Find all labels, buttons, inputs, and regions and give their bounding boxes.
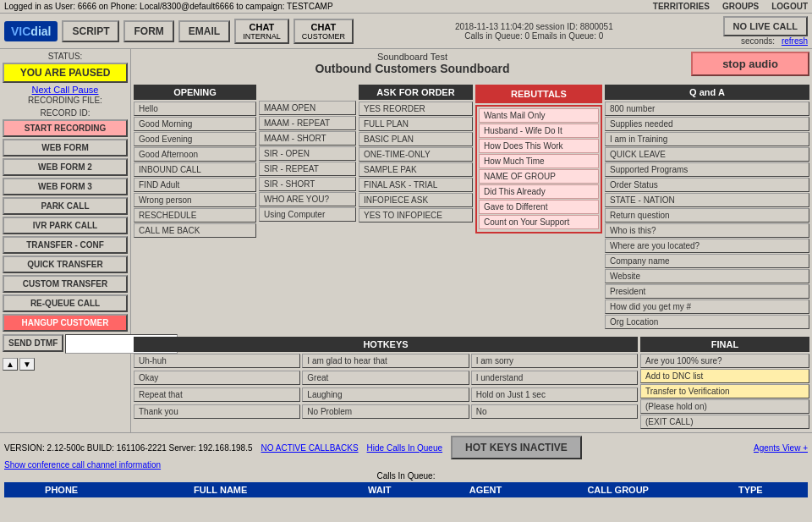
volume-down-button[interactable]: ▼ [19, 358, 35, 371]
hk-btn-7[interactable]: Laughing [302, 387, 469, 402]
opening-btn-2[interactable]: Good Evening [134, 132, 256, 146]
maam-btn-4[interactable]: SIR - REPEAT [259, 162, 356, 176]
reb-btn-5[interactable]: Did This Already [479, 184, 599, 199]
final-btn-1[interactable]: Add to DNC list [640, 369, 809, 383]
hk-btn-1[interactable]: I am glad to hear that [302, 354, 469, 368]
qa-btn-1[interactable]: Supplies needed [605, 117, 809, 131]
email-button[interactable]: EMAIL [178, 20, 230, 42]
maam-btn-0[interactable]: MAAM OPEN [259, 101, 356, 115]
web-form-button[interactable]: WEB FORM [3, 139, 128, 157]
qa-btn-7[interactable]: Return question [605, 208, 809, 223]
final-btn-4[interactable]: (EXIT CALL) [640, 415, 809, 429]
no-active-callbacks-link[interactable]: NO ACTIVE CALLBACKS [261, 443, 359, 453]
form-button[interactable]: FORM [123, 20, 173, 42]
opening-btn-5[interactable]: FIND Adult [134, 178, 256, 192]
hk-btn-4[interactable]: Great [302, 371, 469, 385]
afo-btn-2[interactable]: BASIC PLAN [359, 132, 473, 146]
hk-btn-10[interactable]: No Problem [302, 404, 469, 419]
qa-btn-12[interactable]: President [605, 284, 809, 299]
hk-btn-9[interactable]: Thank you [134, 404, 300, 419]
next-call-link[interactable]: Next Call Pause [3, 85, 128, 95]
qa-btn-6[interactable]: STATE - NATION [605, 193, 809, 207]
hot-keys-inactive-button[interactable]: HOT KEYS INACTIVE [451, 436, 582, 459]
maam-btn-1[interactable]: MAAM - REPEAT [259, 116, 356, 130]
web-form2-button[interactable]: WEB FORM 2 [3, 158, 128, 176]
hk-btn-8[interactable]: Hold on Just 1 sec [471, 387, 638, 402]
opening-btn-7[interactable]: RESCHEDULE [134, 208, 256, 223]
qa-btn-5[interactable]: Order Status [605, 178, 809, 192]
chat-customer-button[interactable]: CHAT CUSTOMER [294, 19, 354, 44]
qa-btn-0[interactable]: 800 number [605, 102, 809, 116]
reb-btn-0[interactable]: Wants Mail Only [479, 108, 599, 123]
hotkeys-header: HOTKEYS [134, 337, 638, 352]
qa-btn-10[interactable]: Company name [605, 254, 809, 268]
afo-btn-5[interactable]: FINAL ASK - TRIAL [359, 178, 473, 192]
hk-btn-6[interactable]: Repeat that [134, 387, 300, 402]
header-info: 2018-11-13 11:04:20 session ID: 8800051 … [455, 22, 613, 41]
web-form3-button[interactable]: WEB FORM 3 [3, 178, 128, 195]
territories-link[interactable]: TERRITORIES [653, 2, 710, 11]
logo-dial: dial [30, 25, 51, 38]
reb-btn-2[interactable]: How Does This Work [479, 139, 599, 153]
hk-btn-11[interactable]: No [471, 404, 638, 419]
hangup-customer-button[interactable]: HANGUP CUSTOMER [3, 314, 128, 332]
final-btn-0[interactable]: Are you 100% sure? [640, 354, 809, 368]
park-call-button[interactable]: PARK CALL [3, 197, 128, 215]
afo-btn-1[interactable]: FULL PLAN [359, 117, 473, 131]
stop-audio-button[interactable]: stop audio [691, 52, 809, 76]
maam-btn-2[interactable]: MAAM - SHORT [259, 131, 356, 146]
transfer-conf-button[interactable]: TRANSFER - CONF [3, 236, 128, 254]
qa-btn-14[interactable]: Org Location [605, 315, 809, 329]
ivr-park-call-button[interactable]: IVR PARK CALL [3, 217, 128, 234]
opening-btn-8[interactable]: CALL ME BACK [134, 223, 256, 238]
reb-btn-3[interactable]: How Much Time [479, 154, 599, 168]
reb-btn-4[interactable]: NAME OF GROUP [479, 169, 599, 184]
agents-view-link[interactable]: Agents View + [754, 443, 808, 453]
maam-btn-7[interactable]: Using Computer [259, 207, 356, 222]
opening-btn-0[interactable]: Hello [134, 102, 256, 116]
quick-transfer-button[interactable]: QUICK TRANSFER [3, 256, 128, 273]
final-btn-2[interactable]: Transfer to Verification [640, 384, 809, 398]
qa-btn-3[interactable]: QUICK LEAVE [605, 147, 809, 162]
qa-btn-9[interactable]: Where are you located? [605, 239, 809, 253]
reb-btn-1[interactable]: Husband - Wife Do It [479, 124, 599, 138]
hk-btn-0[interactable]: Uh-huh [134, 354, 300, 368]
final-btn-3[interactable]: (Please hold on) [640, 399, 809, 414]
requeue-call-button[interactable]: RE-QUEUE CALL [3, 294, 128, 312]
hk-btn-2[interactable]: I am sorry [471, 354, 638, 368]
send-dtmf-button[interactable]: SEND DTMF [3, 334, 63, 352]
maam-btn-5[interactable]: SIR - SHORT [259, 177, 356, 191]
qa-btn-11[interactable]: Website [605, 269, 809, 283]
opening-btn-4[interactable]: INBOUND CALL [134, 162, 256, 177]
qa-btn-4[interactable]: Supported Programs [605, 162, 809, 177]
qa-btn-2[interactable]: I am in Training [605, 132, 809, 146]
logout-link[interactable]: LOGOUT [771, 2, 808, 11]
afo-btn-4[interactable]: SAMPLE PAK [359, 162, 473, 177]
afo-btn-3[interactable]: ONE-TIME-ONLY [359, 147, 473, 162]
opening-btn-3[interactable]: Good Afternoon [134, 147, 256, 162]
chat-internal-button[interactable]: CHAT INTERNAL [234, 19, 289, 44]
hk-btn-3[interactable]: Okay [134, 371, 300, 385]
reb-btn-7[interactable]: Count on Your Support [479, 215, 599, 229]
record-id-label: RECORD ID: [3, 108, 128, 118]
qa-btn-8[interactable]: Who is this? [605, 223, 809, 238]
reb-btn-6[interactable]: Gave to Different [479, 200, 599, 214]
maam-btn-3[interactable]: SIR - OPEN [259, 146, 356, 161]
show-conference-link[interactable]: Show conference call channel information [4, 460, 161, 470]
opening-btn-1[interactable]: Good Morning [134, 117, 256, 131]
script-button[interactable]: SCRIPT [62, 20, 119, 42]
afo-btn-7[interactable]: YES TO INFOPIECE [359, 208, 473, 223]
start-recording-button[interactable]: START RECORDING [3, 119, 128, 137]
afo-btn-0[interactable]: YES REORDER [359, 102, 473, 116]
qa-btn-13[interactable]: How did you get my # [605, 299, 809, 314]
hk-btn-5[interactable]: I understand [471, 371, 638, 385]
chat-label: CHAT [250, 22, 275, 32]
groups-link[interactable]: GROUPS [722, 2, 759, 11]
afo-btn-6[interactable]: INFOPIECE ASK [359, 193, 473, 207]
opening-btn-6[interactable]: Wrong person [134, 193, 256, 207]
maam-btn-6[interactable]: WHO ARE YOU? [259, 192, 356, 206]
refresh-link[interactable]: refresh [782, 36, 808, 46]
custom-transfer-button[interactable]: CUSTOM TRANSFER [3, 275, 128, 293]
hide-calls-link[interactable]: Hide Calls In Queue [367, 443, 443, 453]
volume-up-button[interactable]: ▲ [3, 358, 18, 371]
